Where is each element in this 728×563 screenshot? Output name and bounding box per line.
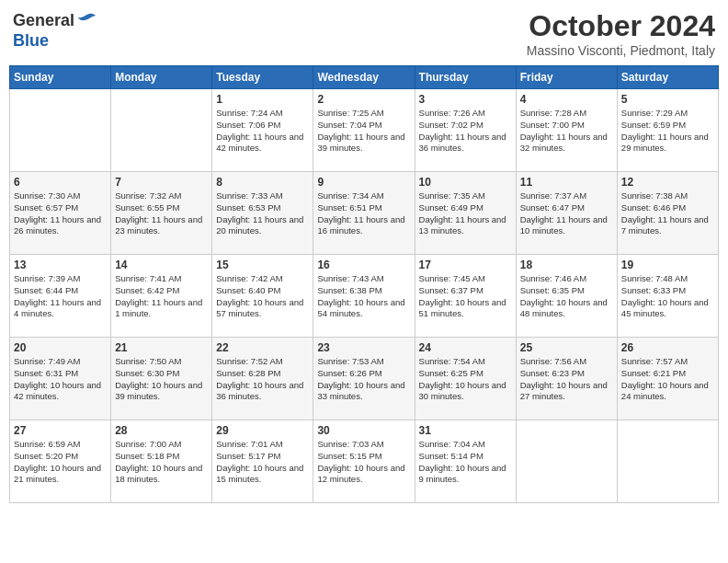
calendar-cell: 3Sunrise: 7:26 AM Sunset: 7:02 PM Daylig… — [415, 89, 516, 172]
day-number: 5 — [621, 93, 714, 106]
day-info: Sunrise: 7:50 AM Sunset: 6:30 PM Dayligh… — [115, 356, 208, 403]
day-info: Sunrise: 7:43 AM Sunset: 6:38 PM Dayligh… — [317, 273, 410, 320]
calendar-cell: 12Sunrise: 7:38 AM Sunset: 6:46 PM Dayli… — [617, 172, 718, 255]
day-number: 4 — [520, 93, 613, 106]
day-info: Sunrise: 7:54 AM Sunset: 6:25 PM Dayligh… — [419, 356, 512, 403]
day-number: 17 — [419, 259, 512, 271]
day-info: Sunrise: 7:37 AM Sunset: 6:47 PM Dayligh… — [520, 190, 613, 237]
weekday-header-row: SundayMondayTuesdayWednesdayThursdayFrid… — [10, 66, 719, 89]
calendar-table: SundayMondayTuesdayWednesdayThursdayFrid… — [9, 65, 719, 503]
logo-blue: Blue — [13, 31, 49, 50]
day-info: Sunrise: 7:45 AM Sunset: 6:37 PM Dayligh… — [419, 273, 512, 320]
calendar-cell: 24Sunrise: 7:54 AM Sunset: 6:25 PM Dayli… — [415, 338, 516, 420]
day-info: Sunrise: 6:59 AM Sunset: 5:20 PM Dayligh… — [14, 439, 107, 486]
calendar-cell: 1Sunrise: 7:24 AM Sunset: 7:06 PM Daylig… — [212, 89, 313, 172]
calendar-cell: 18Sunrise: 7:46 AM Sunset: 6:35 PM Dayli… — [516, 255, 617, 338]
day-number: 10 — [419, 176, 512, 189]
day-info: Sunrise: 7:24 AM Sunset: 7:06 PM Dayligh… — [216, 108, 309, 155]
calendar-cell: 9Sunrise: 7:34 AM Sunset: 6:51 PM Daylig… — [313, 172, 415, 255]
calendar-week-row: 13Sunrise: 7:39 AM Sunset: 6:44 PM Dayli… — [10, 255, 719, 338]
calendar-cell: 10Sunrise: 7:35 AM Sunset: 6:49 PM Dayli… — [415, 172, 516, 255]
day-number: 27 — [14, 424, 107, 437]
calendar-cell: 23Sunrise: 7:53 AM Sunset: 6:26 PM Dayli… — [313, 338, 415, 420]
calendar-cell — [617, 420, 718, 503]
day-info: Sunrise: 7:01 AM Sunset: 5:17 PM Dayligh… — [216, 439, 309, 486]
calendar-cell: 27Sunrise: 6:59 AM Sunset: 5:20 PM Dayli… — [10, 420, 111, 503]
calendar-cell: 7Sunrise: 7:32 AM Sunset: 6:55 PM Daylig… — [111, 172, 212, 255]
day-number: 9 — [317, 176, 410, 189]
weekday-header-wednesday: Wednesday — [313, 66, 415, 89]
calendar-cell: 14Sunrise: 7:41 AM Sunset: 6:42 PM Dayli… — [111, 255, 212, 338]
day-number: 31 — [419, 424, 512, 437]
day-info: Sunrise: 7:35 AM Sunset: 6:49 PM Dayligh… — [419, 190, 512, 237]
calendar-cell: 11Sunrise: 7:37 AM Sunset: 6:47 PM Dayli… — [516, 172, 617, 255]
calendar-cell: 15Sunrise: 7:42 AM Sunset: 6:40 PM Dayli… — [212, 255, 313, 338]
calendar-cell: 20Sunrise: 7:49 AM Sunset: 6:31 PM Dayli… — [10, 338, 111, 420]
calendar-cell: 28Sunrise: 7:00 AM Sunset: 5:18 PM Dayli… — [111, 420, 212, 503]
day-info: Sunrise: 7:42 AM Sunset: 6:40 PM Dayligh… — [216, 273, 309, 320]
page-header: General Blue October 2024 Massino Viscon… — [9, 9, 719, 58]
day-number: 7 — [115, 176, 208, 189]
calendar-cell: 25Sunrise: 7:56 AM Sunset: 6:23 PM Dayli… — [516, 338, 617, 420]
day-number: 8 — [216, 176, 309, 189]
day-number: 25 — [520, 341, 613, 354]
day-info: Sunrise: 7:39 AM Sunset: 6:44 PM Dayligh… — [14, 273, 107, 320]
day-info: Sunrise: 7:33 AM Sunset: 6:53 PM Dayligh… — [216, 190, 309, 237]
day-number: 2 — [317, 93, 410, 106]
weekday-header-friday: Friday — [516, 66, 617, 89]
day-number: 13 — [14, 259, 107, 271]
calendar-cell: 31Sunrise: 7:04 AM Sunset: 5:14 PM Dayli… — [415, 420, 516, 503]
calendar-cell: 19Sunrise: 7:48 AM Sunset: 6:33 PM Dayli… — [617, 255, 718, 338]
calendar-cell: 4Sunrise: 7:28 AM Sunset: 7:00 PM Daylig… — [516, 89, 617, 172]
weekday-header-tuesday: Tuesday — [212, 66, 313, 89]
day-info: Sunrise: 7:00 AM Sunset: 5:18 PM Dayligh… — [115, 439, 208, 486]
calendar-week-row: 6Sunrise: 7:30 AM Sunset: 6:57 PM Daylig… — [10, 172, 719, 255]
calendar-cell: 21Sunrise: 7:50 AM Sunset: 6:30 PM Dayli… — [111, 338, 212, 420]
day-number: 16 — [317, 259, 410, 271]
calendar-cell — [111, 89, 212, 172]
day-info: Sunrise: 7:03 AM Sunset: 5:15 PM Dayligh… — [317, 439, 410, 486]
calendar-cell: 17Sunrise: 7:45 AM Sunset: 6:37 PM Dayli… — [415, 255, 516, 338]
day-info: Sunrise: 7:49 AM Sunset: 6:31 PM Dayligh… — [14, 356, 107, 403]
calendar-week-row: 27Sunrise: 6:59 AM Sunset: 5:20 PM Dayli… — [10, 420, 719, 503]
calendar-cell: 29Sunrise: 7:01 AM Sunset: 5:17 PM Dayli… — [212, 420, 313, 503]
title-area: October 2024 Massino Visconti, Piedmont,… — [527, 9, 715, 58]
calendar-cell — [10, 89, 111, 172]
day-number: 1 — [216, 93, 309, 106]
day-number: 14 — [115, 259, 208, 271]
day-number: 20 — [14, 341, 107, 354]
calendar-cell: 6Sunrise: 7:30 AM Sunset: 6:57 PM Daylig… — [10, 172, 111, 255]
day-info: Sunrise: 7:41 AM Sunset: 6:42 PM Dayligh… — [115, 273, 208, 320]
logo-bird-icon — [76, 9, 98, 31]
calendar-cell: 22Sunrise: 7:52 AM Sunset: 6:28 PM Dayli… — [212, 338, 313, 420]
day-info: Sunrise: 7:25 AM Sunset: 7:04 PM Dayligh… — [317, 108, 410, 155]
calendar-cell: 30Sunrise: 7:03 AM Sunset: 5:15 PM Dayli… — [313, 420, 415, 503]
day-number: 3 — [419, 93, 512, 106]
day-number: 22 — [216, 341, 309, 354]
day-info: Sunrise: 7:34 AM Sunset: 6:51 PM Dayligh… — [317, 190, 410, 237]
day-info: Sunrise: 7:38 AM Sunset: 6:46 PM Dayligh… — [621, 190, 714, 237]
day-info: Sunrise: 7:32 AM Sunset: 6:55 PM Dayligh… — [115, 190, 208, 237]
day-number: 24 — [419, 341, 512, 354]
day-number: 21 — [115, 341, 208, 354]
day-number: 30 — [317, 424, 410, 437]
day-info: Sunrise: 7:26 AM Sunset: 7:02 PM Dayligh… — [419, 108, 512, 155]
weekday-header-monday: Monday — [111, 66, 212, 89]
day-info: Sunrise: 7:30 AM Sunset: 6:57 PM Dayligh… — [14, 190, 107, 237]
logo: General Blue — [13, 9, 98, 51]
calendar-cell: 16Sunrise: 7:43 AM Sunset: 6:38 PM Dayli… — [313, 255, 415, 338]
day-info: Sunrise: 7:53 AM Sunset: 6:26 PM Dayligh… — [317, 356, 410, 403]
logo-general: General — [13, 11, 74, 30]
day-info: Sunrise: 7:29 AM Sunset: 6:59 PM Dayligh… — [621, 108, 714, 155]
calendar-cell: 2Sunrise: 7:25 AM Sunset: 7:04 PM Daylig… — [313, 89, 415, 172]
day-number: 29 — [216, 424, 309, 437]
day-info: Sunrise: 7:56 AM Sunset: 6:23 PM Dayligh… — [520, 356, 613, 403]
weekday-header-saturday: Saturday — [617, 66, 718, 89]
calendar-cell: 13Sunrise: 7:39 AM Sunset: 6:44 PM Dayli… — [10, 255, 111, 338]
calendar-cell: 26Sunrise: 7:57 AM Sunset: 6:21 PM Dayli… — [617, 338, 718, 420]
day-number: 19 — [621, 259, 714, 271]
calendar-week-row: 1Sunrise: 7:24 AM Sunset: 7:06 PM Daylig… — [10, 89, 719, 172]
day-number: 11 — [520, 176, 613, 189]
location: Massino Visconti, Piedmont, Italy — [527, 43, 715, 58]
calendar-cell: 5Sunrise: 7:29 AM Sunset: 6:59 PM Daylig… — [617, 89, 718, 172]
